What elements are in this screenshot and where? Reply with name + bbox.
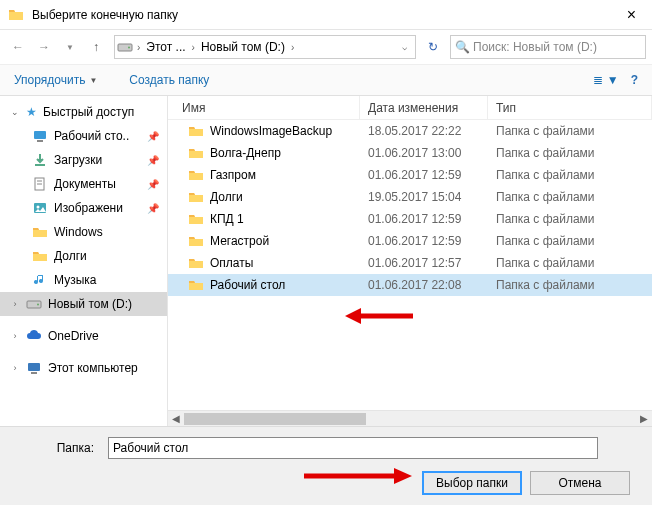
- pin-icon: 📌: [147, 131, 159, 142]
- window-folder-icon: [8, 7, 24, 23]
- sidebar-item[interactable]: Windows: [0, 220, 167, 244]
- file-name: КПД 1: [210, 212, 244, 226]
- svg-rect-4: [35, 164, 45, 166]
- window-title: Выберите конечную папку: [32, 8, 619, 22]
- star-icon: ★: [26, 105, 37, 119]
- refresh-button[interactable]: ↻: [422, 40, 444, 54]
- file-type: Папка с файлами: [488, 278, 652, 292]
- breadcrumb-drive[interactable]: Новый том (D:): [197, 36, 289, 58]
- file-type: Папка с файлами: [488, 256, 652, 270]
- collapse-icon[interactable]: ⌄: [10, 107, 20, 117]
- sidebar-item[interactable]: ›Новый том (D:): [0, 292, 167, 316]
- file-type: Папка с файлами: [488, 190, 652, 204]
- pin-icon: 📌: [147, 203, 159, 214]
- file-list: WindowsImageBackup18.05.2017 22:22Папка …: [168, 120, 652, 410]
- folder-icon: [32, 248, 48, 264]
- sidebar: ⌄ ★ Быстрый доступ Рабочий сто..📌Загрузк…: [0, 96, 168, 426]
- file-type: Папка с файлами: [488, 168, 652, 182]
- folder-icon: [188, 123, 204, 139]
- drive-icon: [26, 296, 42, 312]
- view-list-icon: ≣: [593, 73, 603, 87]
- cancel-button[interactable]: Отмена: [530, 471, 630, 495]
- sidebar-item-label: Изображени: [54, 201, 123, 215]
- table-row[interactable]: Рабочий стол01.06.2017 22:08Папка с файл…: [168, 274, 652, 296]
- sidebar-item[interactable]: Рабочий сто..📌: [0, 124, 167, 148]
- folder-icon: [188, 145, 204, 161]
- svg-rect-13: [31, 372, 37, 374]
- scroll-left-arrow[interactable]: ◀: [170, 413, 182, 424]
- table-row[interactable]: КПД 101.06.2017 12:59Папка с файлами: [168, 208, 652, 230]
- search-input[interactable]: 🔍 Поиск: Новый том (D:): [450, 35, 646, 59]
- file-name: Долги: [210, 190, 243, 204]
- file-name: Рабочий стол: [210, 278, 285, 292]
- svg-point-1: [128, 47, 130, 49]
- column-type[interactable]: Тип: [488, 96, 652, 119]
- expand-icon[interactable]: ›: [10, 299, 20, 309]
- sidebar-item-label: Документы: [54, 177, 116, 191]
- horizontal-scrollbar[interactable]: ◀ ▶: [168, 410, 652, 426]
- sidebar-item[interactable]: Документы📌: [0, 172, 167, 196]
- sidebar-onedrive[interactable]: › OneDrive: [0, 324, 167, 348]
- music-icon: [32, 272, 48, 288]
- documents-icon: [32, 176, 48, 192]
- breadcrumb-root[interactable]: Этот ...: [142, 36, 189, 58]
- column-date[interactable]: Дата изменения: [360, 96, 488, 119]
- svg-point-9: [37, 206, 40, 209]
- chevron-right-icon[interactable]: ›: [135, 42, 142, 53]
- drive-icon: [117, 41, 133, 53]
- table-row[interactable]: Газпром01.06.2017 12:59Папка с файлами: [168, 164, 652, 186]
- file-date: 19.05.2017 15:04: [360, 190, 488, 204]
- nav-forward-button[interactable]: →: [32, 35, 56, 59]
- sidebar-this-pc[interactable]: › Этот компьютер: [0, 356, 167, 380]
- chevron-right-icon[interactable]: ›: [190, 42, 197, 53]
- folder-icon: [188, 211, 204, 227]
- table-row[interactable]: WindowsImageBackup18.05.2017 22:22Папка …: [168, 120, 652, 142]
- sidebar-quick-access[interactable]: ⌄ ★ Быстрый доступ: [0, 100, 167, 124]
- chevron-down-icon: ▼: [89, 76, 97, 85]
- sidebar-item[interactable]: Музыка: [0, 268, 167, 292]
- folder-icon: [188, 255, 204, 271]
- sidebar-item-label: Рабочий сто..: [54, 129, 129, 143]
- table-row[interactable]: Долги19.05.2017 15:04Папка с файлами: [168, 186, 652, 208]
- chevron-right-icon[interactable]: ›: [289, 42, 296, 53]
- expand-icon[interactable]: ›: [10, 363, 20, 373]
- file-name: Мегастрой: [210, 234, 269, 248]
- select-folder-button[interactable]: Выбор папки: [422, 471, 522, 495]
- sidebar-item-label: Музыка: [54, 273, 96, 287]
- nav-back-button[interactable]: ←: [6, 35, 30, 59]
- address-dropdown-button[interactable]: ⌵: [395, 42, 413, 52]
- pin-icon: 📌: [147, 179, 159, 190]
- folder-icon: [188, 167, 204, 183]
- file-name: Волга-Днепр: [210, 146, 281, 160]
- sidebar-item[interactable]: Долги: [0, 244, 167, 268]
- new-folder-button[interactable]: Создать папку: [123, 69, 215, 91]
- sidebar-item[interactable]: Изображени📌: [0, 196, 167, 220]
- scroll-right-arrow[interactable]: ▶: [638, 413, 650, 424]
- svg-rect-12: [28, 363, 40, 371]
- scroll-thumb[interactable]: [184, 413, 366, 425]
- organize-button[interactable]: Упорядочить▼: [8, 69, 103, 91]
- view-button[interactable]: ≣ ▼: [587, 69, 624, 91]
- file-date: 01.06.2017 12:57: [360, 256, 488, 270]
- close-button[interactable]: ×: [619, 6, 644, 24]
- table-row[interactable]: Оплаты01.06.2017 12:57Папка с файлами: [168, 252, 652, 274]
- nav-history-button[interactable]: ▼: [58, 35, 82, 59]
- help-button[interactable]: ?: [625, 69, 644, 91]
- table-row[interactable]: Мегастрой01.06.2017 12:59Папка с файлами: [168, 230, 652, 252]
- sidebar-item-label: Загрузки: [54, 153, 102, 167]
- address-bar[interactable]: › Этот ... › Новый том (D:) › ⌵: [114, 35, 416, 59]
- folder-name-input[interactable]: [108, 437, 598, 459]
- svg-rect-3: [37, 140, 43, 142]
- nav-up-button[interactable]: ↑: [84, 35, 108, 59]
- sidebar-item[interactable]: Загрузки📌: [0, 148, 167, 172]
- table-row[interactable]: Волга-Днепр01.06.2017 13:00Папка с файла…: [168, 142, 652, 164]
- column-name[interactable]: Имя: [168, 96, 360, 119]
- file-name: Оплаты: [210, 256, 253, 270]
- folder-label: Папка:: [14, 441, 100, 455]
- folder-icon: [188, 277, 204, 293]
- file-name: Газпром: [210, 168, 256, 182]
- expand-icon[interactable]: ›: [10, 331, 20, 341]
- sidebar-item-label: Долги: [54, 249, 87, 263]
- desktop-icon: [32, 128, 48, 144]
- svg-point-11: [37, 304, 39, 306]
